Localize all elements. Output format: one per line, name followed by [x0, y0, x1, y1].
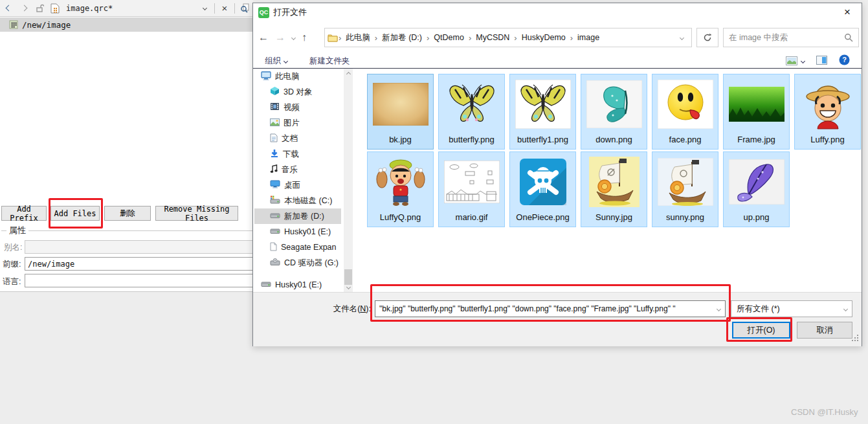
dialog-titlebar[interactable]: QC 打开文件 — [253, 3, 862, 21]
nav-history-icon[interactable] — [291, 35, 296, 39]
delete-button[interactable]: 删除 — [104, 206, 151, 221]
drive-win-icon — [270, 195, 280, 206]
file-thumbnail — [581, 74, 647, 134]
file-thumbnail — [724, 74, 789, 134]
sidebar-item[interactable]: Husky01 (E:) — [254, 277, 341, 292]
file-name: LuffyQ.png — [380, 212, 421, 223]
nav-up-icon[interactable]: ↑ — [302, 32, 307, 43]
file-thumbnail — [439, 152, 504, 212]
file-name: sunny.png — [666, 212, 704, 223]
qt-creator-logo-icon: QC — [258, 7, 269, 18]
file-tile[interactable]: butterfly1.png — [509, 74, 576, 150]
file-tile[interactable]: Sunny.jpg — [581, 151, 647, 227]
file-tile[interactable]: butterfly.png — [438, 74, 505, 150]
file-thumbnail — [652, 74, 718, 134]
add-prefix-button[interactable]: Add Prefix — [1, 206, 47, 221]
nav-back-icon[interactable]: ← — [258, 32, 269, 43]
download-icon — [270, 149, 279, 160]
breadcrumb-item[interactable]: image — [573, 33, 603, 42]
breadcrumb-item[interactable]: QtDemo — [430, 33, 468, 42]
sidebar-item[interactable]: Seagate Expan — [254, 240, 341, 255]
forward-icon[interactable] — [18, 3, 30, 14]
filetype-dropdown-icon[interactable] — [839, 301, 852, 317]
sidebar-scrollbar[interactable] — [344, 69, 353, 292]
sidebar-item[interactable]: Husky01 (E:) — [254, 224, 341, 240]
organize-menu[interactable]: 组织 — [265, 56, 287, 67]
file-tile[interactable]: Luffy.png — [794, 74, 861, 150]
alias-field[interactable] — [25, 240, 253, 254]
svg-text:?: ? — [842, 56, 847, 63]
resize-grip[interactable] — [852, 334, 859, 344]
file-tile[interactable]: bk.jpg — [367, 74, 434, 150]
address-bar[interactable]: ›此电脑›新加卷 (D:)›QtDemo›MyCSDN›HuskyDemo›im… — [324, 28, 692, 47]
file-name: face.png — [669, 134, 702, 146]
back-icon[interactable] — [3, 3, 14, 14]
breadcrumb-item[interactable]: 新加卷 (D:) — [378, 32, 426, 43]
desktop-icon — [270, 180, 280, 190]
help-button[interactable]: ? — [839, 54, 850, 67]
lock-icon[interactable] — [34, 3, 45, 14]
sidebar-item[interactable]: CD 驱动器 (G:) — [254, 255, 341, 271]
file-tile[interactable]: LuffyQ.png — [367, 151, 434, 227]
computer-icon — [261, 71, 271, 82]
sidebar-item[interactable]: 本地磁盘 (C:) — [254, 193, 341, 208]
sidebar-item[interactable]: 图片 — [254, 115, 341, 131]
nav-forward-icon[interactable]: → — [275, 32, 285, 43]
doc-icon — [270, 133, 278, 144]
page-icon — [270, 242, 277, 253]
file-thumbnail — [439, 74, 504, 134]
breadcrumb-item[interactable]: MyCSDN — [472, 33, 513, 42]
dialog-close-icon[interactable]: × — [838, 5, 856, 20]
remove-missing-files-button[interactable]: Remove Missing Files — [155, 206, 238, 221]
scroll-up-icon[interactable] — [344, 69, 353, 79]
search-input[interactable] — [729, 33, 844, 42]
cancel-button[interactable]: 取消 — [797, 322, 852, 339]
breadcrumb-item[interactable]: HuskyDemo — [518, 33, 570, 42]
file-tile[interactable]: Frame.jpg — [723, 74, 790, 150]
file-tile[interactable]: down.png — [581, 74, 647, 150]
sidebar-item[interactable]: 3D 对象 — [254, 84, 341, 100]
sidebar-item[interactable]: 音乐 — [254, 162, 341, 177]
refresh-button[interactable] — [696, 28, 718, 47]
preview-pane-button[interactable] — [816, 56, 827, 67]
file-thumbnail — [724, 152, 789, 212]
file-tile[interactable]: face.png — [652, 74, 718, 150]
new-folder-button[interactable]: 新建文件夹 — [309, 56, 350, 67]
tab-dropdown-icon[interactable] — [199, 3, 210, 14]
filetype-combobox[interactable]: 所有文件 (*) — [731, 300, 852, 317]
file-name: butterfly1.png — [517, 134, 568, 146]
file-tile[interactable]: up.png — [723, 151, 790, 227]
language-field[interactable] — [25, 274, 253, 287]
picture-icon — [270, 118, 280, 128]
qrc-file-icon — [49, 3, 61, 14]
file-tile[interactable]: OnePiece.png — [509, 151, 576, 227]
sidebar-item[interactable]: 此电脑 — [254, 69, 341, 84]
view-mode-button[interactable] — [786, 56, 805, 65]
file-tile[interactable]: sunny.png — [652, 151, 718, 227]
sidebar-item[interactable]: 文档 — [254, 131, 341, 146]
annotation-box-filename — [370, 284, 731, 322]
sidebar-item[interactable]: 新加卷 (D:) — [254, 208, 341, 224]
annotation-box-add-files — [49, 198, 103, 229]
scroll-down-icon[interactable] — [344, 282, 353, 292]
sidebar-item[interactable]: 视频 — [254, 100, 341, 115]
search-box[interactable] — [723, 28, 859, 47]
refresh-icon — [703, 33, 712, 42]
breadcrumb-item[interactable]: 此电脑 — [342, 32, 374, 43]
sidebar-item[interactable]: 下载 — [254, 146, 341, 162]
file-thumbnail — [510, 152, 575, 212]
resource-icon — [9, 20, 18, 29]
find-in-document-icon[interactable] — [239, 3, 250, 14]
close-tab-icon[interactable]: × — [219, 3, 230, 14]
prefix-field[interactable] — [25, 257, 253, 271]
resource-prefix-row[interactable]: /new/image — [0, 17, 253, 32]
file-name: butterfly.png — [449, 134, 495, 146]
address-dropdown-icon[interactable] — [680, 35, 684, 39]
properties-group-border — [1, 230, 253, 231]
qt-resource-editor-panel: image.qrc* × /new/image Add Prefix Add F… — [0, 0, 253, 292]
qt-tab-title[interactable]: image.qrc* — [66, 4, 113, 13]
cd-icon — [270, 258, 280, 268]
sidebar-item[interactable]: 桌面 — [254, 177, 341, 193]
drive-icon — [270, 227, 280, 236]
file-tile[interactable]: mario.gif — [438, 151, 505, 227]
